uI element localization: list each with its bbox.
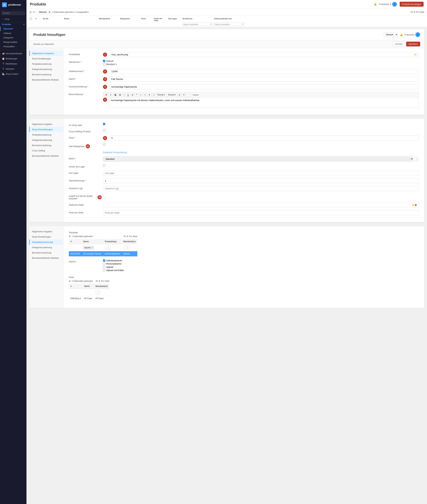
feed-mandant-dots-btn[interactable]: ⋮ <box>95 290 100 294</box>
card3-nav-allgemeine-angaben[interactable]: Allgemeine Angaben <box>29 229 63 234</box>
card1-notification-icon[interactable]: 🔔 <box>400 33 403 36</box>
sidebar-item-versandmethoden[interactable]: 🚚 Versandmethoden <box>0 51 26 56</box>
sidebar-item-preisstaffeln[interactable]: Preisstaffeln <box>0 44 26 49</box>
card2-nav-benutzerdefinierte[interactable]: Benutzerdefinierte Attribute <box>29 153 63 159</box>
card2-nav-templatezuweisung[interactable]: Templatezuweisung <box>29 132 63 137</box>
preis-input[interactable] <box>109 135 419 141</box>
changed-date-clear-icon[interactable]: ✕ <box>242 23 243 25</box>
actions-dropdown[interactable]: Aktionen <box>37 10 51 14</box>
sidebar-back-shop[interactable]: ← Shop <box>0 16 26 22</box>
card2-nav-allgemeine-angaben[interactable]: Allgemeine Angaben <box>29 121 63 127</box>
mandanten-mandant1-checkbox[interactable] <box>103 63 105 65</box>
lang-select[interactable]: Deutsch <box>384 32 398 37</box>
feed-settings-icon[interactable]: ⚙ <box>69 280 71 282</box>
card3-nav-benutzerzuweisung[interactable]: Benutzerzuweisung <box>29 250 63 255</box>
template-type-dots-btn[interactable]: ⋮ <box>106 246 111 250</box>
template-settings-icon[interactable]: ⚙ <box>69 235 71 237</box>
card3-nav-shop-einstellungen[interactable]: Shop Einstellungen <box>29 234 63 239</box>
immer-auf-lager-checkbox[interactable] <box>103 164 105 167</box>
card2-nav-benutzerzuweisung[interactable]: Benutzerzuweisung <box>29 143 63 148</box>
statische-datei-upload-icon[interactable]: 📁 <box>412 204 415 206</box>
card2-nav-kategoriezuweisung[interactable]: Kategoriezuweisung <box>29 137 63 143</box>
mwst-select[interactable]: Standard <box>103 156 413 162</box>
mandanten-default-checkbox[interactable] <box>103 60 105 62</box>
name-input[interactable] <box>109 77 419 82</box>
select-all-checkbox[interactable] <box>30 18 32 20</box>
standardmenge-input[interactable] <box>103 178 419 183</box>
card1-nav-templatezuweisung[interactable]: Templatezuweisung <box>29 61 63 67</box>
back-link[interactable]: Zurück zur Übersicht <box>33 43 54 45</box>
upload-icon[interactable]: 📁 <box>414 53 417 56</box>
rte-more-btn[interactable]: ⋯ <box>187 93 191 96</box>
rte-format2-btn[interactable]: Normal ▾ <box>167 93 177 96</box>
intent-upload-checkbox[interactable] <box>103 266 105 268</box>
refresh-icon[interactable]: ↻ <box>33 11 35 14</box>
rte-align-left-btn[interactable]: ⬅ <box>147 93 151 96</box>
rte-strike-btn[interactable]: S <box>131 93 134 96</box>
template-table-row[interactable]: SUCTION 3D example Tasche Individualisie… <box>69 251 137 257</box>
sidebar-item-bestellungen[interactable]: 📋 Bestellungen <box>0 56 26 61</box>
rte-bold-btn[interactable]: B <box>118 93 122 96</box>
beschreibung-badge-row: 5 hochwertige Papiertasche mit dünnen Ha… <box>103 98 419 108</box>
sidebar-item-kategorien[interactable]: Kategorien <box>0 36 26 40</box>
rte-quote-btn[interactable]: ❝ <box>135 93 138 96</box>
sidebar-item-shop-content[interactable]: 🏪 Shop Content <box>0 72 26 77</box>
card1-nav-benutzerzuweisung[interactable]: Benutzerzuweisung <box>29 72 63 77</box>
delete-button[interactable]: Löschen <box>393 42 405 46</box>
card3-nav-benutzerdefinierte[interactable]: Benutzerdefinierte Attribute <box>29 255 63 261</box>
sidebar-item-attribute[interactable]: Attribute <box>0 31 26 36</box>
card2-nav-shop-einstellungen[interactable]: Shop Einstellungen <box>29 127 63 132</box>
artikelnummer-input[interactable] <box>109 69 419 74</box>
rte-strikethrough-btn[interactable]: ≋ <box>182 93 186 96</box>
preis-pro-seite-input[interactable] <box>103 210 419 215</box>
rte-underline-btn[interactable]: U <box>126 93 130 96</box>
gewicht-input[interactable] <box>103 186 419 191</box>
rte-color-btn[interactable]: A <box>178 93 181 96</box>
rte-img-btn[interactable]: 🖼 <box>113 93 117 96</box>
rte-italic-btn[interactable]: I <box>123 93 126 96</box>
settings-icon[interactable]: ⚙ <box>29 11 32 14</box>
im-shop-aktiv-checkbox[interactable] <box>103 123 105 125</box>
template-filter-clear[interactable]: ✕ <box>91 246 93 249</box>
date-clear-icon[interactable]: ✕ <box>210 23 212 25</box>
intent-personalisieren-checkbox[interactable] <box>103 263 105 265</box>
card1-user-avatar-icon: 👤 <box>417 33 419 36</box>
feed-table-row-1[interactable]: PNPJK1LA PF Feed PF Feed <box>69 296 109 301</box>
auf-lager-input[interactable] <box>103 171 419 176</box>
erweiterte-link[interactable]: Erweiterte Preisgestaltung <box>103 151 127 154</box>
notification-icon[interactable]: 🔔 <box>374 3 377 6</box>
sidebar-item-adressen[interactable]: 📍 Adressen <box>0 67 26 72</box>
card1-nav-shop-einstellungen[interactable]: Shop Einstellungen <box>29 56 63 61</box>
rte-format1-btn[interactable]: Normal ▾ <box>156 93 166 96</box>
rte-ul-btn[interactable]: ≡ <box>139 93 142 96</box>
card1-nav-allgemeine-angaben[interactable]: Allgemeine Angaben <box>29 51 63 56</box>
intent-individualisieren-checkbox[interactable] <box>103 259 105 262</box>
cross-selling-checkbox[interactable] <box>103 129 105 131</box>
mwst-dots-btn[interactable]: ⋮ <box>414 157 419 161</box>
card1-nav-kategoriezuweisung[interactable]: Kategoriezuweisung <box>29 67 63 72</box>
card1-nav-benutzerdefinierte-attribute[interactable]: Benutzerdefinierte Attribute <box>29 77 63 82</box>
paketpreise-checkbox[interactable] <box>103 143 105 145</box>
save-button[interactable]: Speichern <box>406 42 420 46</box>
rte-align-center-btn[interactable]: ≡ <box>152 93 155 96</box>
sidebar-item-uebersicht[interactable]: Übersicht <box>0 27 26 31</box>
kurzbeschreibung-input[interactable] <box>109 84 419 89</box>
intent-upload-und-editor-checkbox[interactable] <box>103 269 105 271</box>
mandanten-default-row: Default <box>103 60 419 62</box>
rte-ol-btn[interactable]: ≡ <box>143 93 147 96</box>
rte-source-btn[interactable]: ⟨⟩ <box>109 93 113 96</box>
beschreibung-rte-content[interactable]: hochwertige Papiertasche mit dünnen Halt… <box>109 98 419 108</box>
card1-user-info: Franziska 👤 <box>405 32 420 37</box>
add-product-button[interactable]: Produkt hinzufügen <box>400 2 424 7</box>
rte-table-btn[interactable]: ⊞ <box>104 93 108 96</box>
card2-nav-cross-selling[interactable]: Cross Selling <box>29 148 63 153</box>
template-mandant-dots-btn[interactable]: ⋮ <box>125 246 130 250</box>
search-input[interactable] <box>1 11 25 15</box>
produkte-chevron-icon: ▾ <box>23 23 24 26</box>
card3-nav-templatezuweisung[interactable]: Templatezuweisung <box>29 239 63 245</box>
card3-nav-kategoriezuweisung[interactable]: Kategoriezuweisung <box>29 245 63 250</box>
sidebar-item-bestellstatus[interactable]: 📍 Bestellstatus <box>0 61 26 67</box>
statische-datei-delete-icon[interactable]: 🗑 <box>415 204 417 206</box>
sidebar-item-mengenstaffeln[interactable]: Mengenstaffeln <box>0 40 26 44</box>
page-title: Produkte <box>30 2 46 7</box>
